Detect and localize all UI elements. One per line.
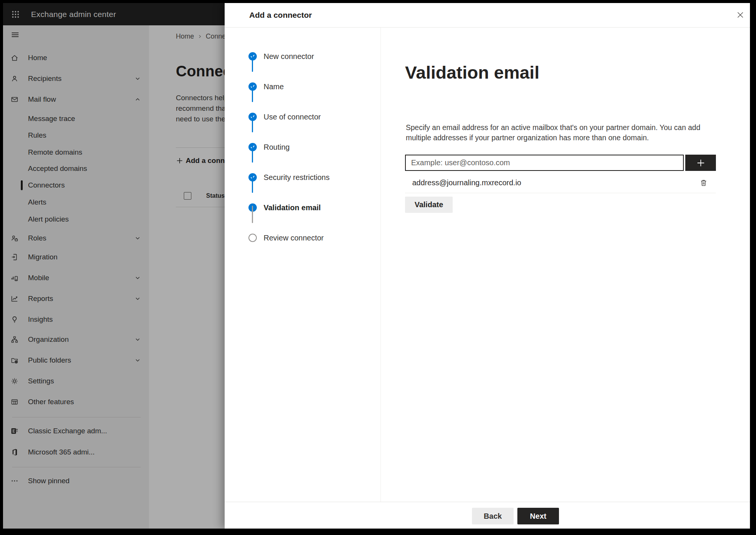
- step-use-of-connector[interactable]: Use of connector: [225, 109, 380, 125]
- step-routing[interactable]: Routing: [225, 139, 380, 155]
- step-validation-email[interactable]: Validation email: [225, 199, 380, 216]
- close-icon: [736, 11, 744, 19]
- step-connector-line: [252, 145, 253, 163]
- next-button[interactable]: Next: [517, 508, 559, 524]
- add-email-button[interactable]: [685, 155, 716, 171]
- step-upcoming-icon: [248, 234, 257, 242]
- modal-dim-overlay: [3, 3, 225, 529]
- step-review-connector[interactable]: Review connector: [225, 230, 380, 246]
- step-new-connector[interactable]: New connector: [225, 48, 380, 65]
- validate-button[interactable]: Validate: [405, 197, 453, 213]
- plus-icon: [696, 158, 706, 168]
- stepper-divider: [380, 28, 381, 502]
- step-page-heading: Validation email: [405, 62, 539, 83]
- validation-email-input[interactable]: [405, 155, 684, 171]
- step-description: Specify an email address for an active m…: [406, 123, 700, 143]
- validation-email-address: address@journaling.mxrecord.io: [412, 178, 521, 188]
- step-connector-line: [252, 175, 253, 193]
- add-connector-dialog: Add a connector New connector Name Use o…: [225, 3, 750, 529]
- trash-icon: [699, 178, 708, 187]
- dialog-footer-divider: [225, 502, 750, 502]
- step-connector-line: [252, 54, 253, 72]
- close-button[interactable]: [732, 8, 748, 22]
- app-window: Exchange admin center Home Recipients Ma…: [3, 3, 750, 529]
- step-security-restrictions[interactable]: Security restrictions: [225, 169, 380, 186]
- address-row-divider: [405, 193, 716, 193]
- step-connector-line: [252, 206, 253, 223]
- step-connector-line: [252, 85, 253, 102]
- dialog-title: Add a connector: [249, 3, 312, 27]
- step-name[interactable]: Name: [225, 78, 380, 95]
- delete-address-button[interactable]: [696, 175, 711, 190]
- back-button[interactable]: Back: [472, 508, 514, 524]
- dialog-header-divider: [225, 27, 750, 28]
- step-connector-line: [252, 115, 253, 132]
